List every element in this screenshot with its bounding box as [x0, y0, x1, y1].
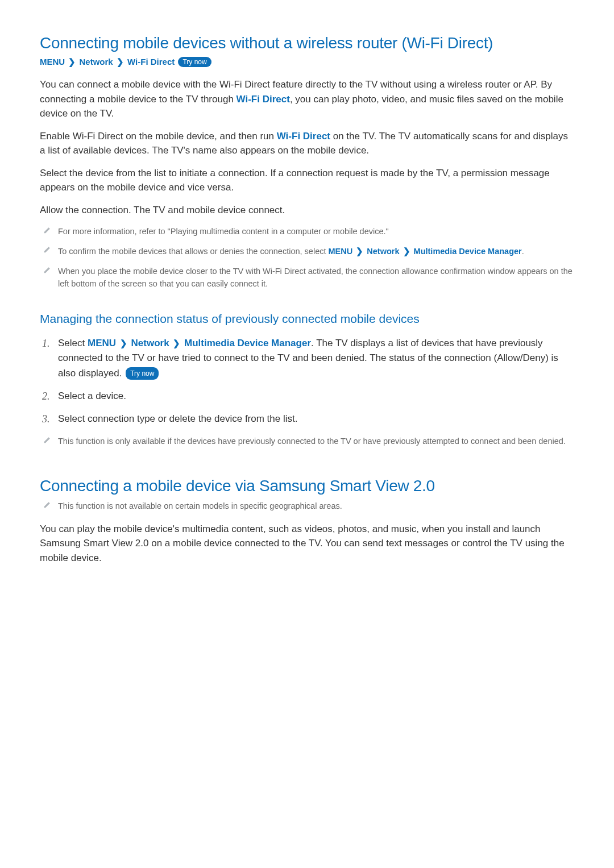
pencil-icon [43, 501, 51, 509]
note-item: For more information, refer to "Playing … [40, 225, 574, 238]
step-item: Select connection type or delete the dev… [40, 412, 574, 426]
paragraph: Allow the connection. The TV and mobile … [40, 203, 574, 218]
note-text: This function is not available on certai… [58, 501, 342, 510]
try-now-button[interactable]: Try now [178, 57, 211, 67]
paragraph: Enable Wi-Fi Direct on the mobile device… [40, 129, 574, 158]
notes-list: For more information, refer to "Playing … [40, 225, 574, 290]
inline-wifi-direct: Wi-Fi Direct [237, 94, 290, 105]
pencil-icon [43, 226, 51, 234]
inline-network: Network [131, 338, 169, 348]
breadcrumb-wifi-direct: Wi-Fi Direct [127, 57, 175, 67]
text: . [522, 247, 524, 256]
inline-menu: MENU [329, 247, 353, 256]
paragraph: Select the device from the list to initi… [40, 166, 574, 195]
pencil-icon [43, 246, 51, 254]
step-item: Select MENU ❯ Network ❯ Multimedia Devic… [40, 336, 574, 381]
note-item: This function is not available on certai… [40, 500, 574, 512]
subsection-title-managing: Managing the connection status of previo… [40, 312, 574, 326]
section-title-smart-view: Connecting a mobile device via Samsung S… [40, 477, 574, 495]
try-now-button[interactable]: Try now [126, 367, 159, 380]
chevron-icon: ❯ [68, 57, 76, 67]
paragraph: You can play the mobile device's multime… [40, 522, 574, 566]
note-item: To confirm the mobile devices that allow… [40, 244, 574, 258]
inline-menu: MENU [88, 338, 116, 348]
section-title-wifi-direct: Connecting mobile devices without a wire… [40, 34, 574, 52]
inline-mdm: Multimedia Device Manager [414, 247, 522, 256]
chevron-icon: ❯ [120, 337, 127, 350]
note-item: This function is only available if the d… [40, 435, 574, 447]
note-text: To confirm the mobile devices that allow… [58, 247, 329, 256]
note-text: For more information, refer to "Playing … [58, 227, 389, 236]
note-text: When you place the mobile device closer … [58, 267, 572, 288]
pencil-icon [43, 266, 51, 274]
step-item: Select a device. [40, 389, 574, 404]
chevron-icon: ❯ [356, 244, 363, 258]
pencil-icon [43, 436, 51, 444]
paragraph: You can connect a mobile device with the… [40, 77, 574, 121]
text: Select [58, 338, 88, 348]
inline-mdm: Multimedia Device Manager [184, 338, 311, 348]
steps-list: Select MENU ❯ Network ❯ Multimedia Devic… [40, 336, 574, 427]
text: Enable Wi-Fi Direct on the mobile device… [40, 131, 277, 142]
inline-network: Network [367, 247, 399, 256]
inline-wifi-direct: Wi-Fi Direct [277, 131, 330, 142]
breadcrumb: MENU ❯ Network ❯ Wi-Fi Direct Try now [40, 57, 574, 67]
breadcrumb-network: Network [80, 57, 113, 67]
chevron-icon: ❯ [117, 57, 124, 67]
note-text: This function is only available if the d… [58, 437, 566, 446]
note-item: When you place the mobile device closer … [40, 265, 574, 290]
chevron-icon: ❯ [173, 337, 180, 350]
breadcrumb-menu: MENU [40, 57, 65, 67]
chevron-icon: ❯ [403, 244, 410, 258]
